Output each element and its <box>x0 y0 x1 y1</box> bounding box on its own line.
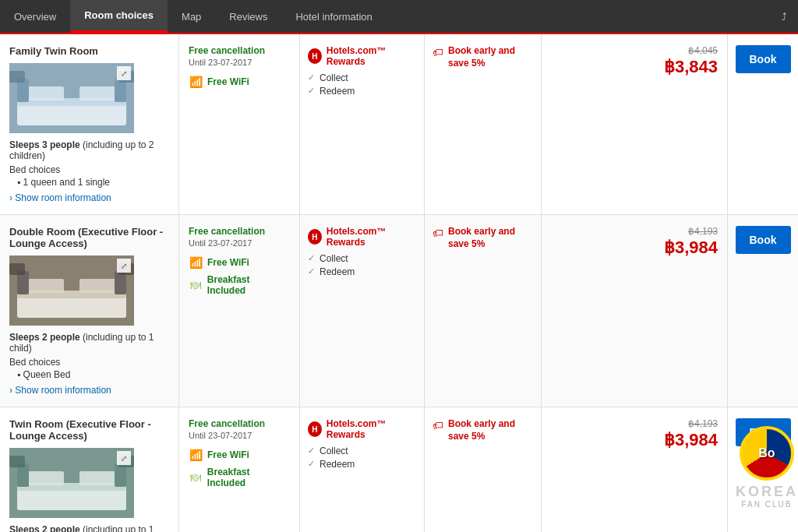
promo-row: 🏷 Book early and save 5% <box>433 45 533 69</box>
room-image-wrap[interactable]: ⤢ <box>9 255 134 326</box>
expand-icon[interactable]: ⤢ <box>117 451 131 465</box>
sleeps-count: Sleeps 3 people <box>9 139 80 150</box>
free-cancel-text: Free cancellation <box>189 45 290 56</box>
cell-rewards: H Hotels.com™ Rewards ✓ Collect ✓ Redeem <box>300 407 425 532</box>
new-price: ฿3,984 <box>664 431 718 449</box>
cell-promo: 🏷 Book early and save 5% <box>425 215 542 407</box>
check-icon: ✓ <box>308 253 315 263</box>
book-button[interactable]: Book <box>736 418 791 446</box>
rewards-logo-icon: H <box>308 421 322 437</box>
wifi-text: Free WiFi <box>207 76 249 87</box>
nav-room-choices[interactable]: Room choices <box>70 0 168 33</box>
rewards-header: H Hotels.com™ Rewards <box>308 418 416 441</box>
rewards-title: Hotels.com™ Rewards <box>327 45 416 68</box>
new-price: ฿3,843 <box>664 58 718 76</box>
room-row: Double Room (Executive Floor - Lounge Ac… <box>0 215 798 407</box>
wifi-amenity: 📶 Free WiFi <box>189 75 290 89</box>
bed-item: Queen Bed <box>9 369 169 380</box>
rewards-redeem-label: Redeem <box>320 86 355 97</box>
room-row: Family Twin Room ⤢ Sleeps 3 people (incl… <box>0 34 798 215</box>
sleeps-info: Sleeps 2 people (including up to 1 child… <box>9 332 169 354</box>
promo-tag-icon: 🏷 <box>433 46 443 58</box>
rewards-collect-label: Collect <box>320 253 348 264</box>
old-price: ฿4,193 <box>688 418 718 429</box>
cell-cancellation: Free cancellation Until 23-07-2017 📶 Fre… <box>179 215 300 407</box>
breakfast-icon: 🍽 <box>189 470 203 484</box>
bed-choices-label: Bed choices <box>9 164 169 175</box>
check-icon-2: ✓ <box>308 86 315 96</box>
cell-room-info: Twin Room (Executive Floor - Lounge Acce… <box>0 407 179 532</box>
wifi-text: Free WiFi <box>207 257 249 268</box>
room-row: Twin Room (Executive Floor - Lounge Acce… <box>0 407 798 532</box>
svg-rect-16 <box>9 263 25 275</box>
promo-text: Book early and save 5% <box>448 418 533 442</box>
show-room-link[interactable]: Show room information <box>9 385 111 396</box>
old-price: ฿4,193 <box>688 226 718 237</box>
cell-rewards: H Hotels.com™ Rewards ✓ Collect ✓ Redeem <box>300 34 425 214</box>
cell-rewards: H Hotels.com™ Rewards ✓ Collect ✓ Redeem <box>300 215 425 407</box>
wifi-icon: 📶 <box>189 448 203 462</box>
rewards-header: H Hotels.com™ Rewards <box>308 226 416 248</box>
expand-icon[interactable]: ⤢ <box>117 259 131 273</box>
room-image-wrap[interactable]: ⤢ <box>9 448 134 518</box>
cancel-until: Until 23-07-2017 <box>189 238 290 248</box>
rewards-logo-icon: H <box>308 229 322 245</box>
rewards-redeem-item: ✓ Redeem <box>308 459 416 470</box>
sleeps-count: Sleeps 2 people <box>9 332 80 343</box>
cell-price: ฿4,045 ฿3,843 <box>542 34 728 214</box>
rewards-collect-label: Collect <box>320 72 348 83</box>
new-price: ฿3,984 <box>664 238 718 257</box>
nav-hotel-info[interactable]: Hotel information <box>281 2 386 32</box>
promo-tag-icon: 🏷 <box>433 227 443 239</box>
rewards-title: Hotels.com™ Rewards <box>327 418 416 441</box>
breakfast-text: Breakfast Included <box>207 467 290 488</box>
rewards-redeem-label: Redeem <box>320 459 355 470</box>
share-icon[interactable]: ⤴ <box>771 2 798 32</box>
room-image-wrap[interactable]: ⤢ <box>9 63 134 133</box>
nav-overview[interactable]: Overview <box>0 2 70 32</box>
rewards-logo-icon: H <box>308 48 322 64</box>
nav-map[interactable]: Map <box>168 2 215 32</box>
promo-row: 🏷 Book early and save 5% <box>433 418 533 442</box>
cell-price: ฿4,193 ฿3,984 <box>542 407 728 532</box>
breakfast-icon: 🍽 <box>189 278 203 292</box>
bed-item: 1 queen and 1 single <box>9 177 169 188</box>
check-icon: ✓ <box>308 72 315 83</box>
promo-text: Book early and save 5% <box>448 226 533 250</box>
navigation-bar: Overview Room choices Map Reviews Hotel … <box>0 0 798 34</box>
rewards-collect-item: ✓ Collect <box>308 446 416 456</box>
rewards-redeem-item: ✓ Redeem <box>308 266 416 277</box>
cell-cancellation: Free cancellation Until 23-07-2017 📶 Fre… <box>179 407 300 532</box>
cell-book: Book <box>728 215 798 407</box>
cell-promo: 🏷 Book early and save 5% <box>425 34 542 214</box>
room-list: Family Twin Room ⤢ Sleeps 3 people (incl… <box>0 34 798 532</box>
nav-reviews[interactable]: Reviews <box>215 2 281 32</box>
rewards-redeem-item: ✓ Redeem <box>308 86 416 97</box>
wifi-icon: 📶 <box>189 255 203 270</box>
book-button[interactable]: Book <box>736 45 791 73</box>
rewards-title: Hotels.com™ Rewards <box>327 226 416 248</box>
cell-price: ฿4,193 ฿3,984 <box>542 215 728 407</box>
rewards-collect-label: Collect <box>320 446 348 456</box>
check-icon: ✓ <box>308 446 315 456</box>
room-name: Family Twin Room <box>9 45 169 57</box>
check-icon-2: ✓ <box>308 459 315 469</box>
promo-row: 🏷 Book early and save 5% <box>433 226 533 250</box>
free-cancel-text: Free cancellation <box>189 418 290 429</box>
promo-tag-icon: 🏷 <box>433 419 443 432</box>
check-icon-2: ✓ <box>308 266 315 277</box>
wifi-text: Free WiFi <box>207 449 249 460</box>
breakfast-amenity: 🍽 Breakfast Included <box>189 274 290 296</box>
wifi-amenity: 📶 Free WiFi <box>189 448 290 462</box>
show-room-link[interactable]: Show room information <box>9 192 111 203</box>
wifi-icon: 📶 <box>189 75 203 89</box>
breakfast-text: Breakfast Included <box>207 274 290 296</box>
old-price: ฿4,045 <box>688 45 718 56</box>
cell-cancellation: Free cancellation Until 23-07-2017 📶 Fre… <box>179 34 300 214</box>
book-button[interactable]: Book <box>736 226 791 254</box>
expand-icon[interactable]: ⤢ <box>117 66 131 80</box>
cell-book: Book <box>728 34 798 214</box>
bed-choices-label: Bed choices <box>9 357 169 368</box>
rewards-collect-item: ✓ Collect <box>308 253 416 264</box>
svg-rect-7 <box>9 71 25 83</box>
